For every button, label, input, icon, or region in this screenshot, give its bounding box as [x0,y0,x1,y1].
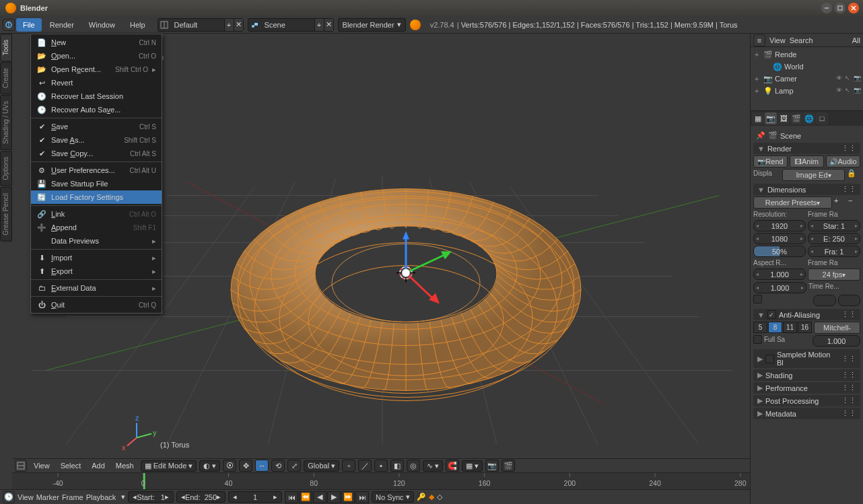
file-menu-import[interactable]: ⬇Import▸ [31,251,162,264]
expand-icon[interactable]: + [755,87,761,95]
proportional-edit[interactable]: ◎ [407,460,420,472]
outliner-filter[interactable]: All [852,36,860,44]
sel-face[interactable]: ▪ [374,460,388,472]
layout-add-button[interactable]: + [224,19,234,31]
orientation-selector[interactable]: Global▾ [304,460,339,472]
renderable-icon[interactable]: 📷 [854,75,862,83]
aspect-x-field[interactable]: ◂1.000▸ [753,268,806,280]
keyframe-prev-button[interactable]: ⏪ [299,491,312,503]
manipulator-toggle[interactable]: ✥ [239,460,252,472]
file-menu-external-data[interactable]: 🗀External Data▸ [31,281,162,295]
menu-window[interactable]: Window [82,18,122,32]
checkbox[interactable] [765,355,774,363]
tab-create[interactable]: Create [0,62,12,94]
prop-tab-blend[interactable]: ▦ [752,112,764,124]
outliner-row-camer[interactable]: + 📷 Camer👁↖📷 [752,73,862,85]
file-menu-save-copy[interactable]: ✔Save Copy...Ctrl Alt S [31,147,162,160]
snap-toggle[interactable]: 🧲 [446,460,459,472]
panel-shading-header[interactable]: ▶Shading⋮⋮ [753,369,860,381]
file-menu-recover-auto-save[interactable]: 🕑Recover Auto Save... [31,103,162,116]
aa-filter-selector[interactable]: Mitchell- [814,322,860,334]
outliner-search[interactable]: Search [790,36,813,44]
panel-sampled-motion-bl-header[interactable]: ▶Sampled Motion Bl⋮⋮ [753,349,860,368]
minimize-button[interactable] [821,3,832,13]
fps-selector[interactable]: 24 fps ▾ [808,268,860,281]
end-frame-field[interactable]: ◂End: 250▸ [176,491,226,503]
file-menu-save-as[interactable]: ✔Save As...Shift Ctrl S [31,133,162,147]
old-mapping-field[interactable] [813,295,836,306]
vp-menu-mesh[interactable]: Mesh [112,462,138,470]
res-pct-field[interactable]: 50% [753,246,806,257]
vp-menu-view[interactable]: View [30,462,54,470]
prop-tab-world[interactable]: 🌐 [803,112,815,124]
tab-grease-pencil[interactable]: Grease Pencil [0,187,12,242]
file-menu-export[interactable]: ⬆Export▸ [31,264,162,278]
outliner-row-rende[interactable]: + 🎬 Rende [752,48,862,61]
file-menu-recover-last-session[interactable]: 🕑Recover Last Session [31,89,162,103]
preset-remove-button[interactable]: − [848,196,860,209]
panel-performance-header[interactable]: ▶Performance⋮⋮ [753,382,860,394]
prop-tab-render[interactable]: 📷 [765,112,777,124]
keying-set-button[interactable]: 🔑 [417,493,426,501]
file-menu-open[interactable]: 📂Open...Ctrl O [31,49,162,63]
tl-menu-frame[interactable]: Frame [62,493,83,501]
res-x-field[interactable]: ◂1920▸ [753,220,806,231]
aspect-y-field[interactable]: ◂1.000▸ [753,282,806,293]
tl-menu-view[interactable]: View [18,493,34,501]
file-menu-open-recent[interactable]: 📂Open Recent...Shift Ctrl O▸ [31,63,162,76]
file-menu-new[interactable]: 📄NewCtrl N [31,36,162,49]
layout-remove-button[interactable]: ✕ [234,19,243,31]
aa-enable-checkbox[interactable] [767,310,776,319]
outliner-row-lamp[interactable]: + 💡 Lamp👁↖📷 [752,85,862,97]
frame-end-field[interactable]: ◂E: 250▸ [808,233,860,244]
scene-selector[interactable]: Scene + ✕ [248,18,334,32]
vp-menu-add[interactable]: Add [88,462,109,470]
snap-element[interactable]: ▦ ▾ [462,460,483,472]
tab-tools[interactable]: Tools [0,34,12,61]
current-frame-field[interactable]: ◂1▸ [228,491,282,503]
jump-end-button[interactable]: ⏭ [355,491,369,503]
preset-add-button[interactable]: + [834,196,846,209]
timeline-ruler[interactable]: -40-12004080120160200240280 [12,472,750,489]
play-button[interactable]: ▶ [327,491,341,503]
play-reverse-button[interactable]: ◀ [313,491,326,503]
expand-icon[interactable]: + [755,50,761,59]
file-menu-quit[interactable]: ⏻QuitCtrl Q [31,298,162,312]
screen-layout-selector[interactable]: Default + ✕ [158,18,244,32]
falloff-selector[interactable]: ∿ ▾ [423,460,443,472]
res-y-field[interactable]: ◂1080▸ [753,233,806,244]
render-button[interactable]: 📷Rend [753,155,788,168]
frame-step-field[interactable]: ◂Fra: 1▸ [808,246,860,257]
scene-add-button[interactable]: + [314,19,324,31]
outliner-editor-icon[interactable]: ≡ [753,34,765,46]
jump-start-button[interactable]: ⏮ [285,491,298,503]
panel-metadata-header[interactable]: ▶Metadata⋮⋮ [753,408,860,419]
file-menu-user-preferences[interactable]: ⚙User Preferences...Ctrl Alt U [31,164,162,177]
audio-button[interactable]: 🔊Audio [826,155,860,168]
display-selector[interactable]: Image Ed ▾ [782,169,845,181]
visibility-icon[interactable]: 👁 [836,75,844,83]
aa-8[interactable]: 8 [768,322,782,333]
start-frame-field[interactable]: ◂Start: 1▸ [128,491,174,503]
auto-key-set[interactable]: ▾ [121,493,125,501]
file-menu-load-factory-settings[interactable]: 🔄Load Factory Settings [31,190,162,204]
border-checkbox[interactable] [753,295,762,303]
keyframe-next-button[interactable]: ⏩ [341,491,355,503]
movie-button[interactable]: 🎬 [502,460,515,472]
new-mapping-field[interactable] [838,295,861,306]
frame-start-field[interactable]: ◂Star: 1▸ [808,220,860,231]
animation-button[interactable]: 🎞Anim [790,155,824,168]
aa-16[interactable]: 16 [798,322,812,333]
file-menu-data-previews[interactable]: Data Previews▸ [31,234,162,248]
tl-menu-playback[interactable]: Playback [86,493,116,501]
panel-dimensions-header[interactable]: ▼Dimensions⋮⋮ [753,184,860,195]
manipulator-translate[interactable]: ↔ [255,460,269,472]
panel-aa-header[interactable]: ▼Anti-Aliasing⋮⋮ [753,309,860,320]
sel-edge[interactable]: ／ [358,460,372,472]
editor-type-icon[interactable]: i [3,19,15,31]
insert-keyframe-button[interactable]: ◆ [429,493,434,501]
prop-tab-scene[interactable]: 🎬 [790,112,802,124]
render-presets-selector[interactable]: Render Presets ▾ [753,196,832,209]
tab-options[interactable]: Options [0,151,12,186]
timeline-editor-type-icon[interactable]: 🕒 [3,491,15,503]
